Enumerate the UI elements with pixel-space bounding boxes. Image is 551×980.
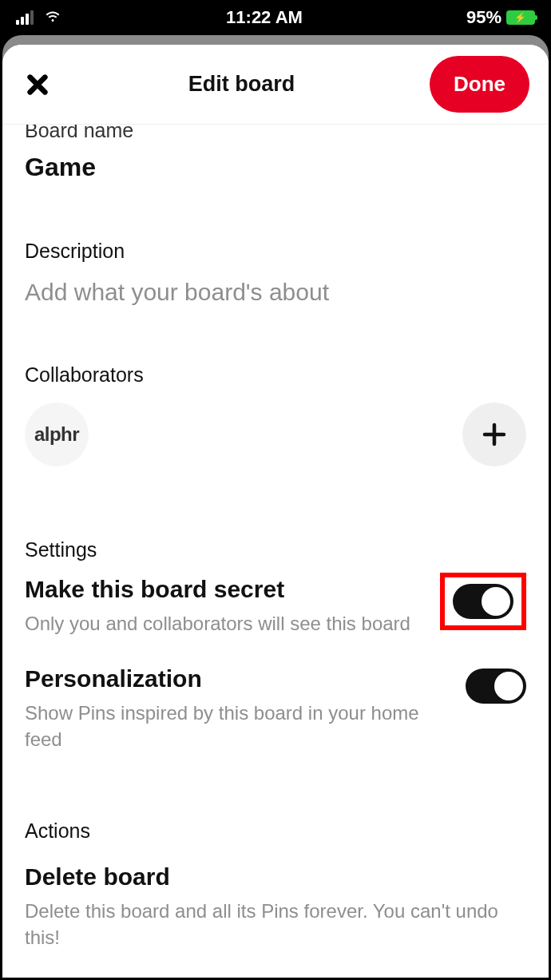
status-time: 11:22 AM <box>226 7 303 28</box>
wifi-icon <box>43 6 62 30</box>
secret-board-title: Make this board secret <box>25 576 427 603</box>
actions-label: Actions <box>25 819 526 843</box>
personalization-sub: Show Pins inspired by this board in your… <box>25 700 453 752</box>
secret-toggle[interactable] <box>453 584 513 619</box>
highlight-annotation <box>440 573 526 630</box>
board-name-input[interactable]: Game <box>25 153 526 182</box>
description-input[interactable]: Add what your board's about <box>25 279 526 306</box>
personalization-toggle[interactable] <box>466 669 526 704</box>
battery-icon: ⚡ <box>506 10 535 25</box>
add-collaborator-button[interactable] <box>462 403 526 466</box>
settings-label: Settings <box>25 538 526 561</box>
signal-icon <box>16 10 34 25</box>
delete-board-sub: Delete this board and all its Pins forev… <box>25 899 526 950</box>
modal-title: Edit board <box>188 72 295 97</box>
secret-board-sub: Only you and collaborators will see this… <box>25 611 427 637</box>
modal-header: Edit board Done <box>2 45 549 125</box>
battery-percent: 95% <box>466 7 501 28</box>
board-name-label: Board name <box>25 125 526 140</box>
edit-board-sheet: Edit board Done Board name Game Descript… <box>2 45 549 978</box>
done-button[interactable]: Done <box>430 56 529 113</box>
personalization-title: Personalization <box>25 665 453 692</box>
collaborator-avatar[interactable]: alphr <box>25 403 89 466</box>
delete-board-button[interactable]: Delete board <box>25 863 526 891</box>
status-bar: 11:22 AM 95% ⚡ <box>0 0 551 35</box>
close-icon[interactable] <box>22 69 54 101</box>
description-label: Description <box>25 240 526 263</box>
collaborators-label: Collaborators <box>25 363 526 387</box>
